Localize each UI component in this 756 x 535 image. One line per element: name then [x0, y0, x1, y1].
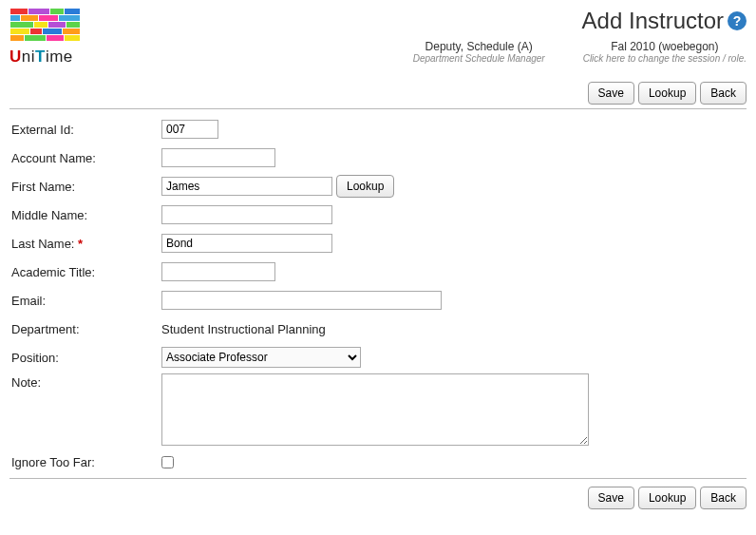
svg-rect-8	[10, 22, 33, 28]
svg-rect-4	[10, 15, 20, 21]
last-name-input[interactable]	[161, 234, 332, 253]
back-button-bottom[interactable]: Back	[700, 487, 747, 509]
svg-rect-17	[25, 35, 46, 41]
svg-rect-9	[34, 22, 47, 28]
logo: UNITIME	[9, 8, 85, 67]
lookup-button[interactable]: Lookup	[638, 82, 696, 105]
academic-title-label: Academic Title:	[9, 265, 161, 279]
save-button[interactable]: Save	[588, 82, 634, 105]
external-id-input[interactable]	[161, 120, 218, 139]
save-button-bottom[interactable]: Save	[588, 487, 634, 509]
academic-title-input[interactable]	[161, 262, 275, 281]
note-textarea[interactable]	[161, 373, 589, 446]
logo-text: UNITIME	[9, 48, 85, 67]
back-button[interactable]: Back	[700, 82, 747, 105]
svg-rect-12	[10, 29, 29, 34]
svg-rect-16	[10, 35, 24, 41]
svg-rect-7	[59, 15, 80, 21]
middle-name-input[interactable]	[161, 205, 332, 224]
position-label: Position:	[9, 351, 161, 365]
svg-rect-18	[47, 35, 64, 41]
ignore-too-far-checkbox[interactable]	[161, 456, 174, 468]
email-input[interactable]	[161, 291, 442, 310]
svg-rect-19	[65, 35, 80, 41]
first-name-label: First Name:	[9, 180, 161, 194]
page-title: Add Instructor	[582, 8, 724, 34]
svg-rect-5	[21, 15, 38, 21]
svg-rect-6	[39, 15, 58, 21]
last-name-label: Last Name: *	[9, 237, 161, 251]
divider	[9, 108, 747, 109]
svg-rect-2	[50, 9, 64, 14]
svg-rect-15	[63, 29, 80, 34]
lookup-button-bottom[interactable]: Lookup	[638, 487, 696, 509]
note-label: Note:	[9, 373, 161, 390]
department-label: Department:	[9, 322, 161, 336]
department-value: Student Instructional Planning	[161, 322, 326, 336]
ignore-too-far-label: Ignore Too Far:	[9, 455, 161, 469]
session-switch[interactable]: Fal 2010 (woebegon) Click here to change…	[583, 40, 747, 64]
required-marker: *	[78, 237, 83, 251]
help-icon[interactable]: ?	[728, 11, 747, 30]
svg-rect-14	[43, 29, 62, 34]
logo-image	[9, 8, 82, 44]
account-name-label: Account Name:	[9, 151, 161, 165]
divider-bottom	[9, 478, 747, 479]
svg-rect-1	[28, 9, 49, 14]
position-select[interactable]: Associate Professor	[161, 347, 361, 368]
first-name-input[interactable]	[161, 177, 332, 196]
lookup-name-button[interactable]: Lookup	[336, 175, 394, 198]
email-label: Email:	[9, 294, 161, 308]
top-toolbar: Save Lookup Back	[9, 82, 747, 105]
external-id-label: External Id:	[9, 123, 161, 137]
svg-rect-10	[48, 22, 66, 28]
role-info: Deputy, Schedule (A) Department Schedule…	[413, 40, 545, 64]
svg-rect-3	[65, 9, 80, 14]
svg-rect-13	[30, 29, 42, 34]
middle-name-label: Middle Name:	[9, 208, 161, 222]
bottom-toolbar: Save Lookup Back	[9, 487, 747, 509]
svg-rect-11	[66, 22, 80, 28]
account-name-input[interactable]	[161, 148, 275, 167]
svg-rect-0	[10, 9, 28, 14]
